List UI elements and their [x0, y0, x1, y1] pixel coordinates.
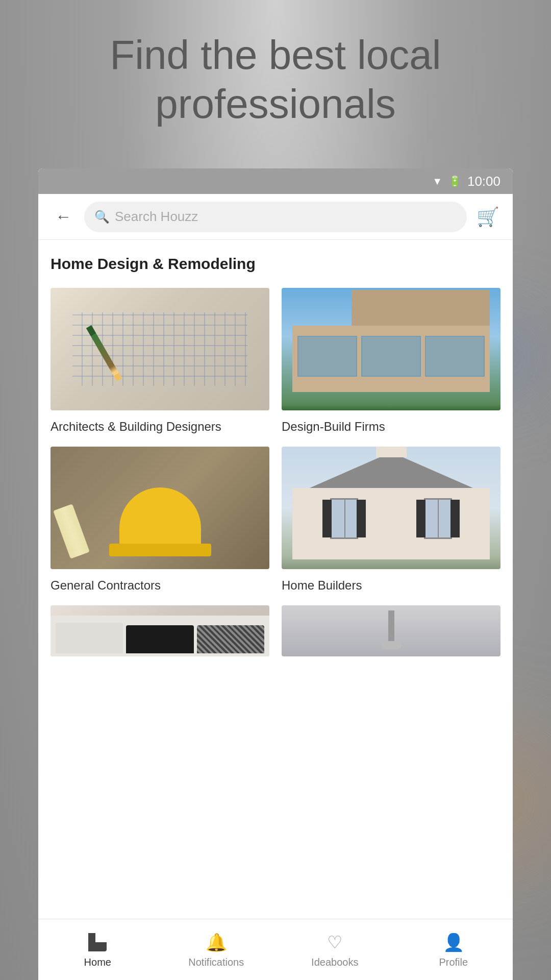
category-image-contractors — [51, 447, 269, 569]
shutter-right-2 — [450, 500, 460, 537]
back-arrow-icon: ← — [55, 207, 71, 226]
bell-icon-shape: 🔔 — [206, 932, 227, 952]
interior-image — [51, 605, 269, 656]
category-label-home-builders: Home Builders — [282, 578, 362, 592]
main-content: Home Design & Remodeling Architects & Bu… — [38, 240, 513, 919]
nav-label-home: Home — [84, 957, 111, 968]
hero-section: Find the best local professionals — [0, 31, 551, 129]
top-bar: ← 🔍 Search Houzz 🛒 — [38, 194, 513, 240]
cart-icon: 🛒 — [477, 206, 499, 228]
house-base — [292, 326, 489, 392]
houzz-logo-icon — [88, 933, 107, 951]
category-label-design-build: Design-Build Firms — [282, 420, 385, 433]
search-input-placeholder: Search Houzz — [115, 209, 198, 225]
category-image-architects — [51, 288, 269, 410]
heart-icon-shape: ♡ — [327, 932, 342, 952]
modern-house-decoration — [292, 326, 489, 392]
classic-house-decoration — [292, 488, 489, 559]
person-icon-shape: 👤 — [443, 932, 464, 952]
nav-label-profile: Profile — [439, 957, 468, 968]
status-bar: ▼ 🔋 10:00 — [38, 168, 513, 194]
nav-item-notifications[interactable]: 🔔 Notifications — [157, 919, 276, 980]
battery-icon: 🔋 — [448, 175, 461, 187]
classic-window-2 — [424, 498, 452, 539]
hero-title: Find the best local professionals — [0, 31, 551, 129]
home-icon — [86, 931, 109, 953]
category-item-architects[interactable]: Architects & Building Designers — [51, 288, 269, 434]
window-3 — [425, 336, 485, 377]
bell-icon: 🔔 — [205, 931, 228, 953]
house-windows — [297, 336, 484, 377]
heart-icon: ♡ — [323, 931, 346, 953]
category-item-lighting[interactable] — [282, 605, 500, 656]
lighting-image — [282, 605, 500, 656]
category-image-design-build — [282, 288, 500, 410]
pencil-decoration — [86, 325, 121, 381]
contractors-image — [51, 447, 269, 569]
window-1 — [297, 336, 357, 377]
hard-hat-decoration — [119, 487, 201, 549]
nav-label-ideabooks: Ideabooks — [311, 957, 358, 968]
app-container: ▼ 🔋 10:00 ← 🔍 Search Houzz 🛒 Home Design… — [38, 168, 513, 980]
house-roof — [310, 452, 473, 488]
category-image-interior — [51, 605, 269, 656]
nav-item-profile[interactable]: 👤 Profile — [394, 919, 513, 980]
category-item-design-build[interactable]: Design-Build Firms — [282, 288, 500, 434]
category-label-contractors: General Contractors — [51, 578, 161, 592]
house-body — [292, 488, 489, 559]
category-grid: Architects & Building Designers — [51, 288, 500, 656]
shutter-left-1 — [322, 500, 332, 537]
search-icon: 🔍 — [94, 210, 110, 224]
nav-item-ideabooks[interactable]: ♡ Ideabooks — [276, 919, 394, 980]
status-time: 10:00 — [467, 174, 500, 189]
category-item-home-builders[interactable]: Home Builders — [282, 447, 500, 593]
search-bar[interactable]: 🔍 Search Houzz — [84, 202, 467, 232]
blueprints-decoration — [54, 504, 90, 559]
house-upper — [352, 290, 489, 326]
category-item-interior[interactable] — [51, 605, 269, 656]
architects-image — [51, 288, 269, 410]
nav-label-notifications: Notifications — [188, 957, 244, 968]
window-2 — [361, 336, 421, 377]
category-image-home-builders — [282, 447, 500, 569]
bottom-navigation: Home 🔔 Notifications ♡ Ideabooks 👤 Profi… — [38, 919, 513, 980]
back-button[interactable]: ← — [51, 204, 76, 230]
nav-item-home[interactable]: Home — [38, 919, 157, 980]
category-item-contractors[interactable]: General Contractors — [51, 447, 269, 593]
house-dormer — [376, 447, 407, 457]
category-label-architects: Architects & Building Designers — [51, 420, 221, 433]
person-icon: 👤 — [442, 931, 465, 953]
wifi-icon: ▼ — [432, 176, 442, 187]
shutter-left-2 — [416, 500, 425, 537]
design-build-image — [282, 288, 500, 410]
section-title: Home Design & Remodeling — [51, 255, 500, 273]
cart-button[interactable]: 🛒 — [475, 204, 500, 230]
classic-window-1 — [330, 498, 358, 539]
house-windows-row — [292, 498, 489, 539]
category-image-lighting — [282, 605, 500, 656]
shutter-right-1 — [357, 500, 366, 537]
home-builders-image — [282, 447, 500, 569]
